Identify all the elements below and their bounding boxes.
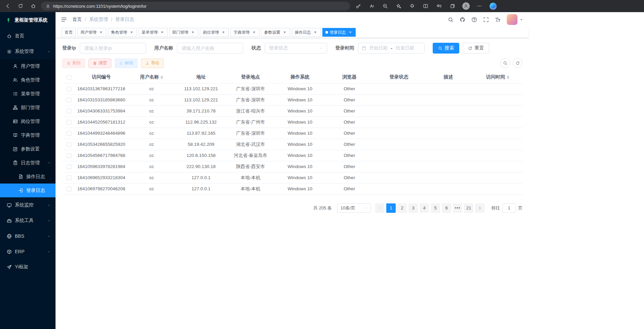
collapse-sidebar-icon[interactable] bbox=[61, 17, 67, 23]
close-tab-icon[interactable]: × bbox=[348, 30, 353, 35]
copilot-icon[interactable] bbox=[489, 1, 497, 11]
search-button[interactable]: 搜索 bbox=[433, 43, 459, 54]
tab-login-log[interactable]: 登录日志× bbox=[322, 28, 356, 37]
sidebar-item-post-management[interactable]: 岗位管理 bbox=[0, 114, 56, 128]
tab-dept-management[interactable]: 部门管理× bbox=[169, 28, 198, 37]
user-menu[interactable] bbox=[507, 14, 523, 25]
row-checkbox[interactable] bbox=[67, 98, 71, 102]
sidebar-item-dict-management[interactable]: 字典管理 bbox=[0, 128, 56, 142]
password-key-icon[interactable] bbox=[354, 1, 363, 11]
row-checkbox[interactable] bbox=[67, 164, 71, 169]
add-favorite-icon[interactable] bbox=[394, 1, 403, 11]
row-checkbox[interactable] bbox=[67, 175, 71, 180]
sidebar-item-home[interactable]: 首页 bbox=[0, 28, 56, 44]
page-21-button[interactable]: 21 bbox=[464, 203, 473, 213]
tab-param-settings[interactable]: 参数设置× bbox=[261, 28, 290, 37]
collections-icon[interactable] bbox=[448, 1, 457, 11]
back-icon[interactable] bbox=[3, 1, 12, 11]
sidebar-item-system-tools[interactable]: 系统工具 bbox=[0, 213, 56, 228]
sidebar-item-erp[interactable]: ERP bbox=[0, 244, 56, 259]
tab-role-management[interactable]: 角色管理× bbox=[108, 28, 137, 37]
browser-profile-icon[interactable] bbox=[462, 1, 470, 11]
page-1-button[interactable]: 1 bbox=[386, 203, 396, 213]
favorites-icon[interactable] bbox=[435, 1, 443, 11]
page-4-button[interactable]: 4 bbox=[420, 203, 429, 213]
close-tab-icon[interactable]: × bbox=[282, 30, 287, 35]
prev-page-button[interactable] bbox=[375, 203, 385, 213]
delete-button[interactable]: 删除 bbox=[62, 59, 85, 68]
goto-page-input[interactable] bbox=[502, 203, 516, 213]
export-button[interactable]: 导出 bbox=[141, 59, 164, 68]
status-select[interactable]: 登录状态 bbox=[265, 43, 327, 54]
header-search-icon[interactable] bbox=[448, 17, 454, 23]
sidebar-item-param-settings[interactable]: 参数设置 bbox=[0, 142, 56, 156]
sidebar-item-role-management[interactable]: 角色管理 bbox=[0, 73, 56, 87]
tab-dict-management[interactable]: 字典管理× bbox=[230, 28, 259, 37]
browser-menu-icon[interactable] bbox=[475, 1, 484, 11]
sidebar-item-menu-management[interactable]: 菜单管理 bbox=[0, 87, 56, 101]
fullscreen-icon[interactable] bbox=[483, 17, 489, 23]
extensions-icon[interactable] bbox=[408, 1, 417, 11]
sort-caret-icon[interactable] bbox=[160, 75, 163, 79]
sidebar-item-yi-framework[interactable]: Yi框架 bbox=[0, 259, 56, 275]
close-tab-icon[interactable]: × bbox=[129, 30, 134, 35]
row-checkbox[interactable] bbox=[67, 153, 71, 158]
tab-operation-log[interactable]: 操作日志× bbox=[292, 28, 321, 37]
url-bar[interactable]: https://ccnetcore.com:1101/system/log/lo… bbox=[41, 2, 350, 10]
sidebar-item-bbs[interactable]: BBS bbox=[0, 228, 56, 244]
close-tab-icon[interactable]: × bbox=[160, 30, 165, 35]
tab-post-management[interactable]: 岗位管理× bbox=[200, 28, 229, 37]
row-checkbox[interactable] bbox=[67, 109, 71, 113]
next-page-button[interactable] bbox=[475, 203, 485, 213]
row-checkbox[interactable] bbox=[67, 131, 71, 136]
help-icon[interactable] bbox=[471, 17, 477, 23]
github-icon[interactable] bbox=[460, 17, 465, 23]
row-checkbox[interactable] bbox=[67, 87, 71, 91]
clear-button[interactable]: 清空 bbox=[88, 59, 111, 68]
tab-home[interactable]: 首页 bbox=[62, 28, 76, 37]
page-5-button[interactable]: 5 bbox=[431, 203, 440, 213]
login-ip-input[interactable] bbox=[80, 43, 146, 54]
close-tab-icon[interactable]: × bbox=[252, 30, 256, 35]
refresh-table-button[interactable] bbox=[513, 58, 523, 68]
app-logo[interactable]: 意框架管理系统 bbox=[0, 12, 56, 28]
column-header-time[interactable]: 访问时间 bbox=[473, 71, 523, 83]
user-name-input[interactable] bbox=[177, 43, 243, 54]
unlock-button[interactable]: 解锁 bbox=[115, 59, 138, 68]
close-tab-icon[interactable]: × bbox=[190, 30, 195, 35]
close-tab-icon[interactable]: × bbox=[99, 30, 103, 35]
breadcrumb-item[interactable]: 首页 bbox=[72, 17, 82, 23]
sidebar-item-log-management[interactable]: 日志管理 bbox=[0, 156, 56, 170]
row-checkbox[interactable] bbox=[67, 142, 71, 147]
show-search-button[interactable] bbox=[500, 58, 510, 68]
more-pages-button[interactable]: ••• bbox=[453, 203, 462, 213]
sidebar-item-system-monitor[interactable]: 系统监控 bbox=[0, 197, 56, 213]
row-checkbox[interactable] bbox=[67, 187, 71, 191]
browser-home-icon[interactable] bbox=[29, 1, 38, 11]
read-aloud-icon[interactable] bbox=[367, 1, 376, 11]
sidebar-item-operation-log[interactable]: 操作日志 bbox=[0, 170, 56, 184]
sidebar-item-dept-management[interactable]: 部门管理 bbox=[0, 101, 56, 114]
tab-menu-management[interactable]: 菜单管理× bbox=[139, 28, 168, 37]
page-size-select[interactable]: 10条/页 bbox=[337, 203, 371, 213]
tab-user-management[interactable]: 用户管理× bbox=[77, 28, 106, 37]
close-tab-icon[interactable]: × bbox=[221, 30, 226, 35]
font-size-icon[interactable] bbox=[495, 17, 501, 23]
reset-button[interactable]: 重置 bbox=[463, 43, 489, 54]
login-time-range-picker[interactable]: 开始日期 - 结束日期 bbox=[358, 43, 425, 54]
sidebar-item-system-management[interactable]: 系统管理 bbox=[0, 44, 56, 59]
row-checkbox[interactable] bbox=[67, 120, 71, 125]
page-6-button[interactable]: 6 bbox=[442, 203, 451, 213]
close-tab-icon[interactable]: × bbox=[313, 30, 318, 35]
sidebar-item-user-management[interactable]: 用户管理 bbox=[0, 59, 56, 73]
page-3-button[interactable]: 3 bbox=[408, 203, 418, 213]
select-all-checkbox[interactable] bbox=[67, 75, 71, 80]
reload-icon[interactable] bbox=[16, 1, 25, 11]
sort-caret-icon[interactable] bbox=[507, 75, 509, 79]
page-2-button[interactable]: 2 bbox=[397, 203, 407, 213]
split-screen-icon[interactable] bbox=[421, 1, 430, 11]
column-header-user[interactable]: 用户名称 bbox=[127, 71, 176, 83]
zoom-icon[interactable] bbox=[381, 1, 390, 11]
sidebar-item-login-log[interactable]: 登录日志 bbox=[0, 184, 56, 197]
breadcrumb-item[interactable]: 系统管理 bbox=[89, 17, 108, 23]
